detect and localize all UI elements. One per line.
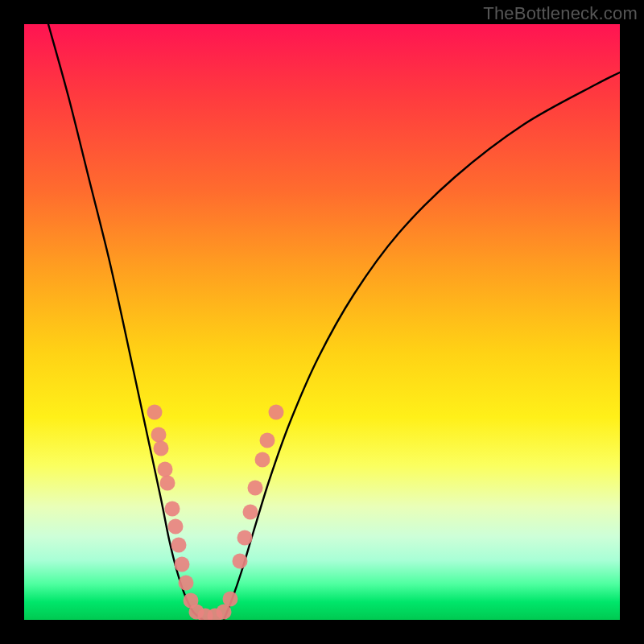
watermark-text: TheBottleneck.com bbox=[483, 3, 638, 24]
chart-svg bbox=[24, 24, 620, 620]
data-point bbox=[223, 592, 238, 607]
data-point bbox=[248, 481, 263, 496]
data-point bbox=[171, 538, 187, 553]
data-point bbox=[147, 405, 163, 420]
plot-area bbox=[24, 24, 620, 620]
data-point bbox=[154, 441, 169, 456]
data-point bbox=[165, 502, 180, 517]
data-point bbox=[175, 557, 190, 572]
data-point bbox=[269, 405, 284, 420]
chart-frame: TheBottleneck.com bbox=[0, 0, 644, 644]
data-point bbox=[233, 554, 248, 569]
data-point bbox=[260, 433, 275, 448]
dots-layer bbox=[147, 405, 284, 621]
data-point bbox=[237, 530, 253, 546]
curve-layer bbox=[48, 24, 620, 620]
data-point bbox=[151, 427, 167, 443]
curve-right-curve bbox=[224, 72, 620, 620]
data-point bbox=[255, 452, 270, 468]
data-point bbox=[243, 505, 258, 520]
data-point bbox=[158, 462, 173, 477]
data-point bbox=[179, 576, 194, 591]
data-point bbox=[168, 519, 184, 535]
data-point bbox=[160, 476, 175, 491]
